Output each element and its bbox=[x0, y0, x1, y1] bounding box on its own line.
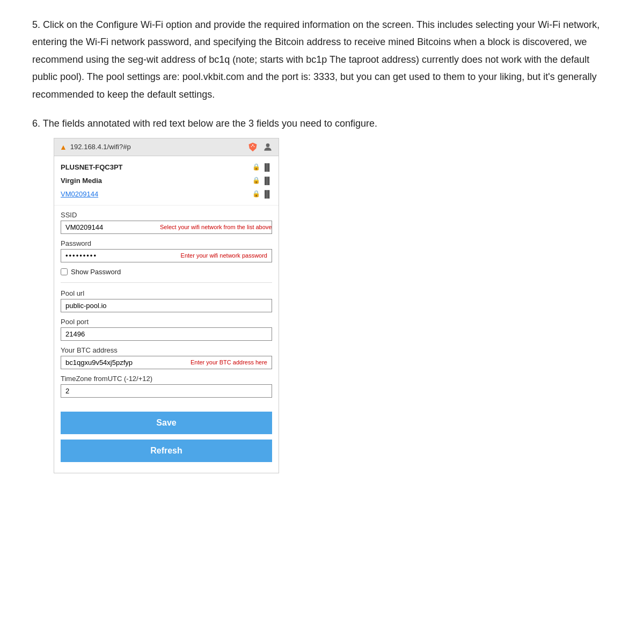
form-divider bbox=[61, 282, 272, 283]
svg-point-1 bbox=[254, 146, 255, 147]
show-password-label[interactable]: Show Password bbox=[71, 268, 121, 276]
wifi-panel: ▲ 192.168.4.1/wifi?#p bbox=[54, 138, 279, 473]
ssid-hint: Select your wifi network from the list a… bbox=[160, 224, 272, 230]
pool-port-group: Pool port bbox=[61, 318, 272, 341]
step6-intro-label: 6. The fields annotated with red text be… bbox=[32, 118, 612, 129]
pool-url-input[interactable] bbox=[65, 302, 267, 310]
brave-browser-icon bbox=[247, 142, 258, 152]
pool-url-label: Pool url bbox=[61, 289, 272, 297]
wifi-url-text: 192.168.4.1/wifi?#p bbox=[70, 143, 131, 151]
network-item-2: Virgin Media 🔒 ▐▌ bbox=[61, 174, 272, 187]
btc-address-group: Your BTC address Enter your BTC address … bbox=[61, 346, 272, 369]
pool-url-group: Pool url bbox=[61, 289, 272, 312]
pool-url-input-row bbox=[61, 299, 272, 312]
step5-block: 5. Click on the Configure Wi-Fi option a… bbox=[32, 16, 612, 103]
save-button[interactable]: Save bbox=[61, 412, 272, 434]
step5-text: 5. Click on the Configure Wi-Fi option a… bbox=[32, 16, 612, 103]
network-signal-3: 🔒 ▐▌ bbox=[252, 190, 272, 198]
password-hint: Enter your wifi network password bbox=[181, 252, 267, 259]
timezone-label: TimeZone fromUTC (-12/+12) bbox=[61, 375, 272, 383]
pool-port-input-row bbox=[61, 327, 272, 341]
refresh-button[interactable]: Refresh bbox=[61, 440, 272, 462]
password-input[interactable] bbox=[65, 252, 177, 260]
password-group: Password Enter your wifi network passwor… bbox=[61, 239, 272, 262]
ssid-group: SSID Select your wifi network from the l… bbox=[61, 211, 272, 234]
pool-port-input[interactable] bbox=[65, 330, 267, 338]
timezone-input[interactable] bbox=[65, 387, 267, 395]
svg-point-2 bbox=[266, 143, 270, 147]
wifi-url-area: ▲ 192.168.4.1/wifi?#p bbox=[60, 143, 131, 151]
timezone-group: TimeZone fromUTC (-12/+12) bbox=[61, 375, 272, 398]
alert-triangle-icon: ▲ bbox=[60, 143, 67, 151]
show-password-row: Show Password bbox=[61, 268, 272, 276]
network-link-3[interactable]: VM0209144 bbox=[61, 190, 98, 198]
network-signal-2: 🔒 ▐▌ bbox=[252, 177, 272, 185]
step6-block: 6. The fields annotated with red text be… bbox=[32, 118, 612, 473]
btc-address-input-row: Enter your BTC address here bbox=[61, 356, 272, 369]
lock-icon-1: 🔒 bbox=[252, 163, 260, 171]
ssid-input-row: Select your wifi network from the list a… bbox=[61, 221, 272, 234]
network-item-3[interactable]: VM0209144 🔒 ▐▌ bbox=[61, 187, 272, 201]
ssid-label: SSID bbox=[61, 211, 272, 219]
signal-icon-3: ▐▌ bbox=[262, 190, 272, 198]
lock-icon-3: 🔒 bbox=[252, 190, 260, 197]
profile-icon bbox=[262, 142, 273, 152]
wifi-network-list: PLUSNET-FQC3PT 🔒 ▐▌ Virgin Media 🔒 ▐▌ VM… bbox=[54, 156, 279, 206]
network-signal-1: 🔒 ▐▌ bbox=[252, 163, 272, 171]
signal-icon-1: ▐▌ bbox=[262, 163, 272, 171]
network-name-2: Virgin Media bbox=[61, 177, 102, 185]
password-label: Password bbox=[61, 239, 272, 247]
wifi-form: SSID Select your wifi network from the l… bbox=[54, 206, 279, 473]
ssid-input[interactable] bbox=[65, 223, 156, 231]
btc-address-hint: Enter your BTC address here bbox=[191, 359, 267, 365]
network-name-1: PLUSNET-FQC3PT bbox=[61, 163, 123, 171]
timezone-input-row bbox=[61, 384, 272, 398]
btc-address-input[interactable] bbox=[65, 358, 186, 367]
btc-address-label: Your BTC address bbox=[61, 346, 272, 354]
password-input-row: Enter your wifi network password bbox=[61, 249, 272, 262]
signal-icon-2: ▐▌ bbox=[262, 177, 272, 185]
browser-icons bbox=[247, 142, 273, 152]
lock-icon-2: 🔒 bbox=[252, 177, 260, 184]
network-item-1: PLUSNET-FQC3PT 🔒 ▐▌ bbox=[61, 160, 272, 174]
pool-port-label: Pool port bbox=[61, 318, 272, 326]
svg-point-0 bbox=[251, 146, 252, 147]
show-password-checkbox[interactable] bbox=[61, 268, 68, 275]
wifi-header-bar: ▲ 192.168.4.1/wifi?#p bbox=[54, 138, 279, 156]
